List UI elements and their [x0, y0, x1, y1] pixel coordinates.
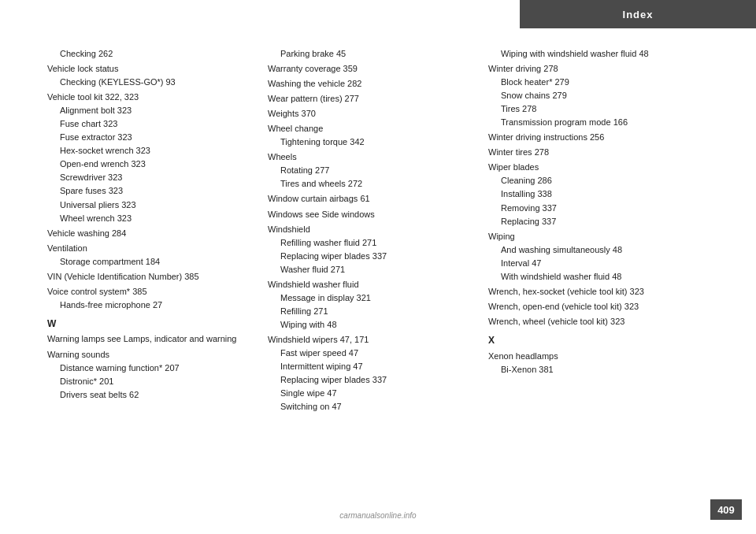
index-entry: Single wipe 47	[268, 387, 480, 400]
index-entry: Window curtain airbags 61	[268, 192, 480, 206]
content-area: Checking 262Vehicle lock statusChecking …	[47, 47, 709, 487]
column-1: Checking 262Vehicle lock statusChecking …	[47, 47, 268, 487]
column-3: Wiping with windshield washer fluid 48Wi…	[488, 47, 709, 487]
index-entry: Windshield wipers 47, 171	[268, 333, 480, 347]
watermark: carmanualsonline.info	[339, 511, 416, 520]
index-entry: VIN (Vehicle Identification Number) 385	[47, 270, 260, 284]
index-entry: Refilling 271	[268, 305, 480, 318]
index-entry: Checking (KEYLESS-GO*) 93	[47, 76, 260, 89]
index-entry: Wheel wrench 323	[47, 212, 260, 225]
index-entry: With windshield washer fluid 48	[488, 270, 701, 284]
index-entry: Wheel change	[268, 122, 480, 135]
index-entry: Bi-Xenon 381	[488, 363, 701, 376]
index-entry: Winter driving 278	[488, 62, 701, 76]
index-entry: Warning lamps see Lamps, indicator and w…	[47, 332, 260, 346]
index-entry: Voice control system* 385	[47, 285, 260, 299]
index-entry: Distronic* 201	[47, 375, 260, 388]
index-entry: Replacing wiper blades 337	[268, 250, 480, 263]
index-entry: X	[488, 333, 701, 348]
index-entry: Vehicle washing 284	[47, 227, 260, 240]
index-entry: Spare fuses 323	[47, 184, 260, 198]
index-entry: Checking 262	[47, 47, 260, 61]
index-entry: Alignment bolt 323	[47, 104, 260, 117]
index-entry: Washing the vehicle 282	[268, 77, 480, 91]
index-entry: Drivers seat belts 62	[47, 388, 260, 402]
index-entry: Cleaning 286	[488, 174, 701, 187]
index-entry: Parking brake 45	[268, 47, 480, 61]
index-entry: Wear pattern (tires) 277	[268, 92, 480, 106]
page-number-badge: 409	[710, 499, 742, 520]
index-entry: Winter driving instructions 256	[488, 131, 701, 144]
index-entry: Snow chains 279	[488, 89, 701, 102]
index-entry: Hex-socket wrench 323	[47, 144, 260, 158]
index-entry: Tires 278	[488, 102, 701, 116]
index-entry: W	[47, 317, 260, 332]
index-entry: Removing 337	[488, 202, 701, 215]
index-entry: Weights 370	[268, 107, 480, 121]
index-entry: Fast wiper speed 47	[268, 347, 480, 360]
index-entry: Transmission program mode 166	[488, 116, 701, 129]
index-entry: Winter tires 278	[488, 146, 701, 159]
index-entry: Tightening torque 342	[268, 135, 480, 149]
index-entry: Open-end wrench 323	[47, 158, 260, 171]
index-entry: Warning sounds	[47, 348, 260, 362]
index-entry: Refilling washer fluid 271	[268, 236, 480, 250]
index-entry: Fuse chart 323	[47, 117, 260, 131]
header-title: Index	[623, 9, 654, 20]
index-entry: Windshield	[268, 223, 480, 236]
index-entry: Universal pliers 323	[47, 198, 260, 212]
index-entry: Wrench, open-end (vehicle tool kit) 323	[488, 300, 701, 313]
index-entry: Replacing wiper blades 337	[268, 373, 480, 387]
index-entry: And washing simultaneously 48	[488, 243, 701, 257]
index-entry: Distance warning function* 207	[47, 362, 260, 375]
index-entry: Block heater* 279	[488, 76, 701, 89]
index-entry: Wiping with windshield washer fluid 48	[488, 47, 701, 61]
index-entry: Storage compartment 184	[47, 255, 260, 269]
index-entry: Message in display 321	[268, 291, 480, 305]
index-entry: Hands-free microphone 27	[47, 299, 260, 312]
index-entry: Tires and wheels 272	[268, 177, 480, 191]
index-entry: Intermittent wiping 47	[268, 360, 480, 373]
index-entry: Screwdriver 323	[47, 171, 260, 184]
index-entry: Wheels	[268, 150, 480, 164]
index-entry: Installing 338	[488, 187, 701, 201]
index-entry: Rotating 277	[268, 164, 480, 177]
index-entry: Wrench, wheel (vehicle tool kit) 323	[488, 315, 701, 328]
index-entry: Switching on 47	[268, 400, 480, 413]
index-entry: Wiping	[488, 230, 701, 243]
index-entry: Replacing 337	[488, 215, 701, 228]
index-entry: Wiping with 48	[268, 318, 480, 332]
index-entry: Wrench, hex-socket (vehicle tool kit) 32…	[488, 285, 701, 299]
index-entry: Wiper blades	[488, 161, 701, 174]
index-entry: Vehicle tool kit 322, 323	[47, 91, 260, 104]
column-2: Parking brake 45Warranty coverage 359Was…	[268, 47, 488, 487]
index-entry: Fuse extractor 323	[47, 131, 260, 144]
index-entry: Interval 47	[488, 257, 701, 270]
index-entry: Windshield washer fluid	[268, 278, 480, 291]
index-entry: Vehicle lock status	[47, 62, 260, 76]
index-entry: Ventilation	[47, 242, 260, 255]
index-entry: Xenon headlamps	[488, 350, 701, 363]
index-entry: Washer fluid 271	[268, 263, 480, 276]
index-entry: Windows see Side windows	[268, 208, 480, 221]
index-entry: Warranty coverage 359	[268, 62, 480, 76]
header-bar: Index	[520, 0, 756, 28]
